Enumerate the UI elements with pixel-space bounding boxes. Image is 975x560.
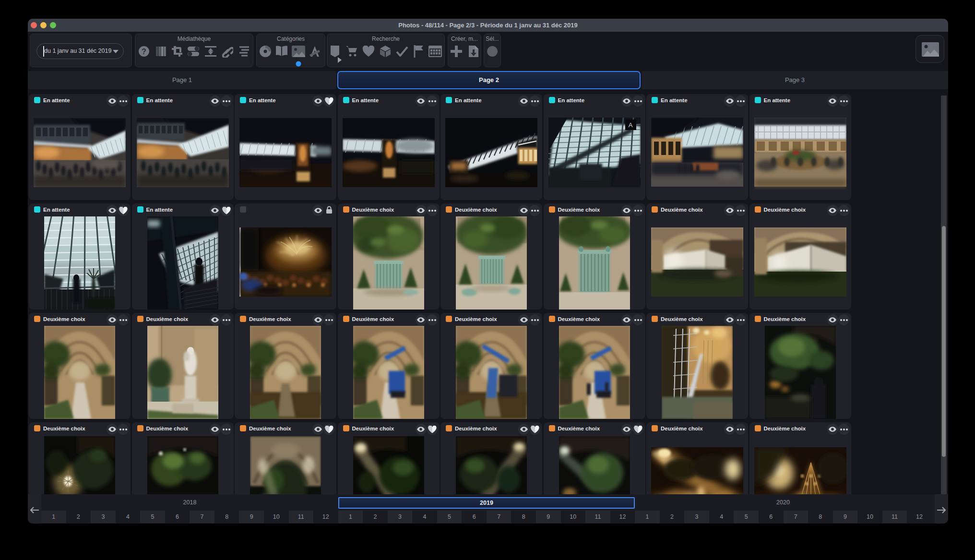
svg-text:?: ? — [142, 48, 146, 56]
svg-text:A: A — [628, 121, 632, 129]
